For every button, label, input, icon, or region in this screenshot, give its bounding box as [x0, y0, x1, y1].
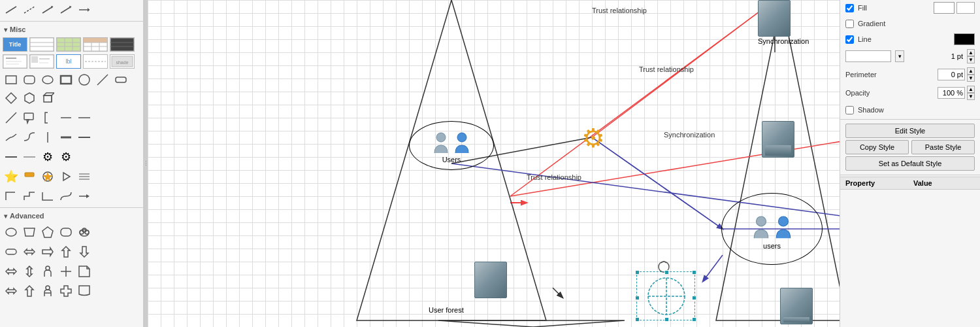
users-ellipse-2[interactable]: users: [721, 193, 823, 265]
style-thumb-sm1[interactable]: [3, 54, 27, 69]
right-arrow-shape[interactable]: [39, 243, 56, 260]
line-shape-4[interactable]: [57, 1, 74, 18]
circle-shape[interactable]: [76, 71, 93, 88]
double-dash-shape[interactable]: [3, 148, 20, 165]
tee-shape[interactable]: [39, 129, 56, 146]
play-shape[interactable]: [57, 168, 74, 185]
server-node-top[interactable]: [758, 0, 791, 37]
plus-shape[interactable]: [57, 283, 74, 300]
style-thumb-list[interactable]: [29, 37, 54, 52]
line-shape-2[interactable]: [21, 1, 38, 18]
line-width-spinner[interactable]: ▲ ▼: [967, 49, 975, 63]
horiz-lines-shape[interactable]: [76, 168, 93, 185]
users-ellipse[interactable]: Users: [409, 121, 494, 170]
style-thumb-title[interactable]: Title: [3, 37, 27, 52]
v2-arrow-shape[interactable]: [21, 263, 38, 280]
gradient-checkbox[interactable]: [845, 20, 854, 28]
actor-shape[interactable]: ⭐: [3, 168, 20, 185]
shadow-checkbox[interactable]: [845, 106, 854, 114]
fill-checkbox[interactable]: [845, 4, 854, 12]
document-shape[interactable]: [76, 283, 93, 300]
oval-shape[interactable]: [3, 224, 20, 241]
set-default-button[interactable]: Set as Default Style: [845, 156, 975, 171]
paste-style-button[interactable]: Paste Style: [911, 140, 975, 154]
line-style-dropdown[interactable]: ▾: [895, 50, 904, 62]
edit-style-button[interactable]: Edit Style: [845, 124, 975, 138]
bracket-shape[interactable]: [39, 109, 56, 126]
misc-section-header[interactable]: Misc: [0, 23, 143, 36]
hexagon-shape[interactable]: [21, 90, 38, 107]
perimeter-spinner[interactable]: ▲ ▼: [967, 67, 975, 82]
server-node-right[interactable]: [762, 121, 794, 158]
corner-shape[interactable]: [3, 188, 20, 205]
person-shape[interactable]: [39, 263, 56, 280]
line-color-box[interactable]: [954, 33, 975, 45]
slash-shape[interactable]: [3, 109, 20, 126]
horiz-line-shape[interactable]: [57, 109, 74, 126]
rect-shape[interactable]: [3, 71, 20, 88]
up-arrow-shape[interactable]: [57, 243, 74, 260]
cube-shape[interactable]: [39, 90, 56, 107]
opacity-spinner[interactable]: ▲ ▼: [967, 86, 975, 100]
pentagon-shape[interactable]: [39, 224, 56, 241]
line-style-select[interactable]: [845, 50, 891, 62]
copy-style-button[interactable]: Copy Style: [845, 140, 909, 154]
rounded-rect2-shape[interactable]: [112, 71, 129, 88]
perimeter-input[interactable]: [938, 69, 965, 80]
rounded-hex-shape[interactable]: [57, 224, 74, 241]
h-arrow-shape[interactable]: [21, 243, 38, 260]
angle-shape[interactable]: [21, 129, 38, 146]
s-shape[interactable]: [57, 188, 74, 205]
server-node-bottom-right[interactable]: [780, 288, 813, 324]
main-canvas[interactable]: Synchronization User forest Trust relati…: [148, 0, 840, 327]
cross-shape[interactable]: [57, 263, 74, 280]
stadium-shape[interactable]: [3, 243, 20, 260]
style-thumb-lbl[interactable]: lbl: [56, 54, 81, 69]
step-shape[interactable]: [21, 188, 38, 205]
style-thumb-sm2[interactable]: [29, 54, 54, 69]
gear-shape-2[interactable]: ⚙: [57, 148, 74, 165]
callout-shape[interactable]: [21, 109, 38, 126]
rect-thick-shape[interactable]: [57, 71, 74, 88]
line-shape-3[interactable]: [39, 1, 56, 18]
perimeter-label: Perimeter: [845, 71, 934, 78]
fill-color-box[interactable]: [934, 2, 955, 14]
cloud-shape[interactable]: [76, 224, 93, 241]
arrow-shape[interactable]: [76, 188, 93, 205]
opacity-input[interactable]: [938, 87, 965, 99]
gear-shape-1[interactable]: ⚙: [39, 148, 56, 165]
ellipse-shape[interactable]: [39, 71, 56, 88]
style-thumb-shade[interactable]: shade: [110, 54, 135, 69]
bidir-shape[interactable]: [3, 283, 20, 300]
svg-line-48: [6, 112, 16, 123]
gear-icon-center[interactable]: ⚙: [581, 123, 605, 153]
line-shape-1[interactable]: [3, 1, 20, 18]
selected-element[interactable]: [636, 271, 695, 320]
bar-shape[interactable]: [21, 168, 38, 185]
diamond-shape[interactable]: [3, 90, 20, 107]
h2-arrow-shape[interactable]: [3, 263, 20, 280]
uparrow2-shape[interactable]: [21, 283, 38, 300]
longer-line-shape[interactable]: [76, 109, 93, 126]
style-thumb-dark[interactable]: [110, 37, 135, 52]
style-thumb-grid[interactable]: [56, 37, 81, 52]
style-thumb-dash[interactable]: [83, 54, 108, 69]
down-arrow-shape[interactable]: [76, 243, 93, 260]
style-thumb-table[interactable]: [83, 37, 108, 52]
l-shape[interactable]: [39, 188, 56, 205]
line-shape-5[interactable]: [76, 1, 93, 18]
note-shape[interactable]: [76, 263, 93, 280]
server-node-bottom-left[interactable]: [474, 262, 507, 298]
s-curve-shape[interactable]: [3, 129, 20, 146]
rounded-rect-shape[interactable]: [21, 71, 38, 88]
line-checkbox[interactable]: [845, 35, 854, 44]
fill-pattern-box[interactable]: [956, 2, 975, 14]
line-diag-shape[interactable]: [94, 71, 111, 88]
em-dash-shape[interactable]: [57, 129, 74, 146]
horiz-long-shape[interactable]: [21, 148, 38, 165]
trapezoid-shape[interactable]: [21, 224, 38, 241]
person2-shape[interactable]: [39, 283, 56, 300]
advanced-section-header[interactable]: Advanced: [0, 209, 143, 222]
circle-actor-shape[interactable]: [39, 168, 56, 185]
long-dash-shape[interactable]: [76, 129, 93, 146]
